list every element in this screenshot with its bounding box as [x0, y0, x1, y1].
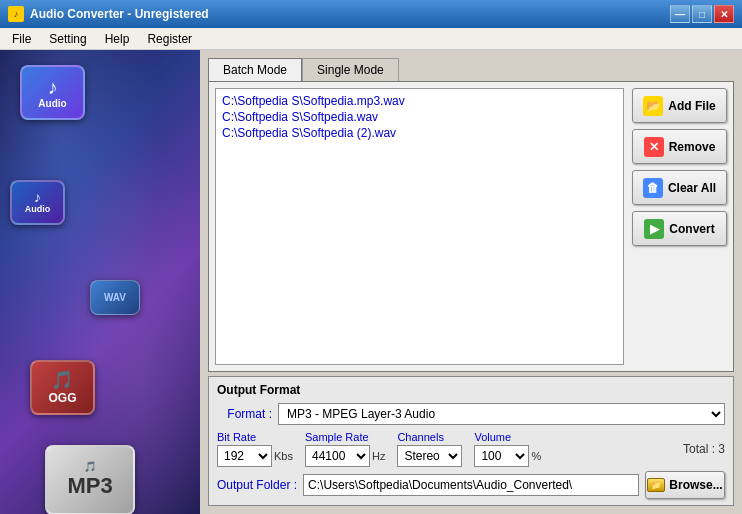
volume-controls: 100 50 75 125 150 % [474, 445, 541, 467]
browse-button[interactable]: 📁 Browse... [645, 471, 725, 499]
clear-all-button[interactable]: 🗑 Clear All [632, 170, 727, 205]
left-panel: ♪ Audio ♪ Audio WAV 🎵 OGG 🎵 MP3 [0, 50, 200, 514]
tab-container: Batch Mode Single Mode [208, 58, 734, 81]
format-row: Format : MP3 - MPEG Layer-3 Audio WAV - … [217, 403, 725, 425]
app-icon: ♪ [8, 6, 24, 22]
samplerate-group: Sample Rate 44100 8000 11025 22050 48000… [305, 431, 385, 467]
volume-select[interactable]: 100 50 75 125 150 [474, 445, 529, 467]
mp3-icon: 🎵 MP3 [45, 445, 135, 514]
volume-label: Volume [474, 431, 541, 443]
audio-icon-mid: ♪ Audio [10, 180, 65, 225]
channels-group: Channels Stereo Mono [397, 431, 462, 467]
menu-bar: File Setting Help Register [0, 28, 742, 50]
bitrate-group: Bit Rate 192 64 96 128 160 256 320 Kbs [217, 431, 293, 467]
bitrate-controls: 192 64 96 128 160 256 320 Kbs [217, 445, 293, 467]
menu-setting[interactable]: Setting [41, 30, 94, 48]
convert-icon: ▶ [644, 219, 664, 239]
tab-single-mode[interactable]: Single Mode [302, 58, 399, 81]
ogg-icon: 🎵 OGG [30, 360, 95, 415]
action-buttons: 📂 Add File ✕ Remove 🗑 Clear All ▶ Conver… [632, 88, 727, 365]
channels-controls: Stereo Mono [397, 445, 462, 467]
right-panel: Batch Mode Single Mode C:\Softpedia S\So… [200, 50, 742, 514]
output-format-title: Output Format [217, 383, 725, 397]
add-file-icon: 📂 [643, 96, 663, 116]
file-list[interactable]: C:\Softpedia S\Softpedia.mp3.wav C:\Soft… [215, 88, 624, 365]
tab-batch-mode[interactable]: Batch Mode [208, 58, 302, 81]
window-controls: — □ ✕ [670, 5, 734, 23]
remove-button[interactable]: ✕ Remove [632, 129, 727, 164]
samplerate-label: Sample Rate [305, 431, 385, 443]
wav-icon: WAV [90, 280, 140, 315]
menu-register[interactable]: Register [139, 30, 200, 48]
minimize-button[interactable]: — [670, 5, 690, 23]
output-folder-input[interactable] [303, 474, 639, 496]
browse-folder-icon: 📁 [647, 478, 665, 492]
bitrate-select[interactable]: 192 64 96 128 160 256 320 [217, 445, 272, 467]
bitrate-unit: Kbs [274, 450, 293, 462]
menu-help[interactable]: Help [97, 30, 138, 48]
file-item[interactable]: C:\Softpedia S\Softpedia.mp3.wav [220, 93, 619, 109]
content-area: C:\Softpedia S\Softpedia.mp3.wav C:\Soft… [208, 81, 734, 372]
bitrate-label: Bit Rate [217, 431, 293, 443]
folder-row: Output Folder : 📁 Browse... [217, 471, 725, 499]
main-layout: ♪ Audio ♪ Audio WAV 🎵 OGG 🎵 MP3 [0, 50, 742, 514]
remove-icon: ✕ [644, 137, 664, 157]
add-file-button[interactable]: 📂 Add File [632, 88, 727, 123]
maximize-button[interactable]: □ [692, 5, 712, 23]
params-row: Bit Rate 192 64 96 128 160 256 320 Kbs [217, 431, 725, 467]
samplerate-controls: 44100 8000 11025 22050 48000 Hz [305, 445, 385, 467]
channels-label: Channels [397, 431, 462, 443]
app-title: Audio Converter - Unregistered [30, 7, 209, 21]
total-label: Total : 3 [683, 442, 725, 456]
volume-group: Volume 100 50 75 125 150 % [474, 431, 541, 467]
convert-button[interactable]: ▶ Convert [632, 211, 727, 246]
clear-all-icon: 🗑 [643, 178, 663, 198]
menu-file[interactable]: File [4, 30, 39, 48]
samplerate-select[interactable]: 44100 8000 11025 22050 48000 [305, 445, 370, 467]
audio-icon-top: ♪ Audio [20, 65, 85, 120]
title-bar: ♪ Audio Converter - Unregistered — □ ✕ [0, 0, 742, 28]
volume-unit: % [531, 450, 541, 462]
samplerate-unit: Hz [372, 450, 385, 462]
close-button[interactable]: ✕ [714, 5, 734, 23]
file-item[interactable]: C:\Softpedia S\Softpedia.wav [220, 109, 619, 125]
output-format-section: Output Format Format : MP3 - MPEG Layer-… [208, 376, 734, 506]
format-select[interactable]: MP3 - MPEG Layer-3 Audio WAV - Waveform … [278, 403, 725, 425]
file-item[interactable]: C:\Softpedia S\Softpedia (2).wav [220, 125, 619, 141]
format-label: Format : [217, 407, 272, 421]
channels-select[interactable]: Stereo Mono [397, 445, 462, 467]
output-folder-label: Output Folder : [217, 478, 297, 492]
